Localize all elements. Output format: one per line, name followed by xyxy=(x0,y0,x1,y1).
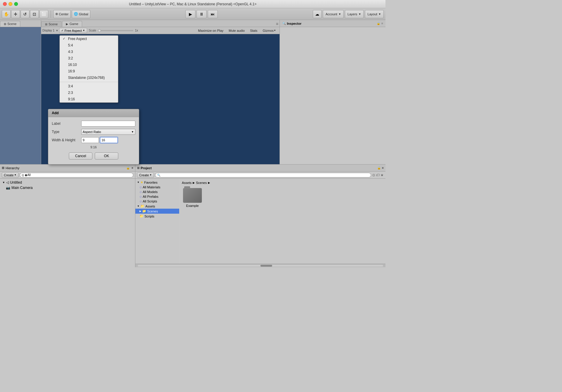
tree-all-models[interactable]: ⊙ All Models xyxy=(135,190,179,194)
maximize-on-play-btn[interactable]: Maximize on Play xyxy=(196,27,226,34)
project-search[interactable]: 🔍 xyxy=(155,173,371,177)
account-dropdown[interactable]: Account ▼ xyxy=(323,10,344,18)
gizmos-btn[interactable]: Gizmos ▼ xyxy=(260,27,278,34)
cloud-button[interactable]: ☁ xyxy=(313,10,322,18)
hand-tool[interactable]: ✋ xyxy=(2,10,11,18)
hierarchy-item-camera[interactable]: 📷 Main Camera xyxy=(1,185,134,190)
scene-main-tab-icon: ⊞ xyxy=(45,23,47,26)
tab-scene-main[interactable]: ⊞ Scene xyxy=(41,21,61,27)
tree-all-scripts[interactable]: ⊙ All Scripts xyxy=(135,199,179,204)
label-row: Label xyxy=(52,121,135,127)
move-tool[interactable]: ✛ xyxy=(11,10,20,18)
lock-icon[interactable]: 🔒 xyxy=(377,22,380,25)
width-input[interactable] xyxy=(81,137,99,143)
mute-audio-btn[interactable]: Mute audio xyxy=(226,27,247,34)
traffic-lights xyxy=(3,2,18,6)
hierarchy-lock-icon[interactable]: 🔒 xyxy=(126,166,130,170)
asset-item-example[interactable]: Example xyxy=(182,187,203,209)
project-filter-buttons: ⊙ 🏷 ★ xyxy=(372,173,384,177)
tree-assets[interactable]: ▼ 📁 Assets xyxy=(135,204,179,209)
aspect-item-16-9[interactable]: 16:9 xyxy=(60,68,118,74)
aspect-item-2-3[interactable]: 2:3 xyxy=(60,89,118,96)
project-scrollbar[interactable] xyxy=(135,264,385,267)
filter-btn-1[interactable]: ⊙ xyxy=(372,173,375,177)
project-assets-view: Assets ▶ Scenes ▶ Example xyxy=(179,179,385,264)
step-button[interactable]: ⏭ xyxy=(208,10,218,18)
close-button[interactable] xyxy=(3,2,7,6)
stats-btn[interactable]: Stats xyxy=(248,27,260,34)
rect-tool[interactable]: ⬜ xyxy=(39,10,48,18)
cancel-button[interactable]: Cancel xyxy=(69,152,92,160)
aspect-label: Free Aspect xyxy=(64,29,82,32)
breadcrumb-arrow2: ▶ xyxy=(208,181,210,184)
scenes-arrow: ▶ xyxy=(139,210,141,212)
aspect-item-9-16[interactable]: 9:16 xyxy=(60,96,118,102)
pause-button[interactable]: ⏸ xyxy=(197,10,207,18)
breadcrumb-assets[interactable]: Assets xyxy=(182,181,192,185)
display-arrow[interactable]: ▼ xyxy=(56,29,59,32)
tab-game[interactable]: ▶ Game xyxy=(62,21,82,27)
hierarchy-menu-icon[interactable]: ≡ xyxy=(132,166,133,170)
aspect-item-3-4[interactable]: 3:4 xyxy=(60,83,118,89)
layers-dropdown[interactable]: Layers ▼ xyxy=(345,10,364,18)
tab-scene[interactable]: ⊞ Scene xyxy=(0,21,20,27)
layout-dropdown[interactable]: Layout ▼ xyxy=(365,10,384,18)
asset-grid: Example xyxy=(182,187,383,209)
hierarchy-header: ⊞ Hierarchy 🔒 ≡ xyxy=(0,165,135,172)
hierarchy-item-untitled[interactable]: ▼ ◁ Untitled xyxy=(1,180,134,185)
scale-tool[interactable]: ⊡ xyxy=(30,10,39,18)
example-folder-thumbnail xyxy=(183,188,202,203)
aspect-item-standalone[interactable]: Standalone (1024x768) xyxy=(60,74,118,81)
scene-icon: ◁ xyxy=(6,180,9,185)
rotate-tool[interactable]: ↺ xyxy=(21,10,29,18)
add-dialog: Add Label Type Aspect Ratio ▼ Width & He… xyxy=(48,109,139,165)
game-tab-icon: ▶ xyxy=(66,22,68,26)
scrollbar-track[interactable] xyxy=(138,265,383,267)
inspector-menu-icon[interactable]: ≡ xyxy=(381,22,383,25)
layout-dropdown-arrow: ▼ xyxy=(378,13,381,16)
create-label: Create xyxy=(4,173,14,177)
minimize-button[interactable] xyxy=(9,2,12,6)
width-height-row: Width & Height xyxy=(52,137,135,143)
scene-view-left xyxy=(0,27,41,164)
scale-track[interactable] xyxy=(98,30,133,31)
filter-btn-2[interactable]: 🏷 xyxy=(376,173,380,177)
aspect-item-5-4[interactable]: 5:4 xyxy=(60,42,118,49)
panel-menu-btn[interactable]: ≡ xyxy=(275,21,280,27)
filter-btn-3[interactable]: ★ xyxy=(380,173,384,177)
favorites-label: Favorites xyxy=(144,181,157,184)
untitled-label: Untitled xyxy=(10,180,22,185)
scrollbar-thumb[interactable] xyxy=(260,265,272,267)
project-lock-icon[interactable]: 🔒 xyxy=(377,166,381,170)
tree-scripts[interactable]: 📁 Scripts xyxy=(135,214,179,219)
aspect-item-16-10[interactable]: 16:10 xyxy=(60,62,118,68)
height-input[interactable] xyxy=(100,137,118,143)
aspect-dropdown[interactable]: ✓ Free Aspect ▼ Free Aspect 5:4 4:3 3:2 … xyxy=(59,28,87,33)
project-create-btn[interactable]: Create ▼ xyxy=(137,172,154,178)
hierarchy-create-btn[interactable]: Create ▼ xyxy=(2,172,19,178)
label-field-label: Label xyxy=(52,122,81,126)
tree-favorites[interactable]: ▼ ★ Favorites xyxy=(135,180,179,185)
tree-all-materials[interactable]: ⊙ All Materials xyxy=(135,185,179,190)
ok-button[interactable]: OK xyxy=(95,152,118,160)
project-menu-icon[interactable]: ≡ xyxy=(382,166,384,170)
aspect-item-free[interactable]: Free Aspect xyxy=(60,36,118,42)
breadcrumb-scenes[interactable]: Scenes xyxy=(196,181,207,185)
layers-label: Layers xyxy=(347,12,357,16)
search-all-label: ◉All xyxy=(25,173,31,177)
aspect-item-4-3[interactable]: 4:3 xyxy=(60,49,118,55)
scale-thumb[interactable] xyxy=(98,29,101,32)
label-input[interactable] xyxy=(81,121,135,127)
game-tabs: ⊞ Scene ▶ Game ≡ xyxy=(41,20,280,27)
aspect-item-3-2[interactable]: 3:2 xyxy=(60,55,118,62)
add-dialog-body: Label Type Aspect Ratio ▼ Width & Height xyxy=(48,117,139,164)
type-select[interactable]: Aspect Ratio ▼ xyxy=(81,129,135,135)
space-button[interactable]: 🌐 Global xyxy=(72,10,90,18)
pivot-button[interactable]: ⊕ Center xyxy=(53,10,71,18)
tree-scenes[interactable]: ▶ 📁 Scenes xyxy=(135,209,179,214)
scenes-label: Scenes xyxy=(147,210,158,213)
maximize-button[interactable] xyxy=(14,2,18,6)
hierarchy-search[interactable]: Q ◉All xyxy=(20,173,133,177)
play-button[interactable]: ▶ xyxy=(185,10,195,18)
tree-all-prefabs[interactable]: ⊙ All Prefabs xyxy=(135,194,179,199)
